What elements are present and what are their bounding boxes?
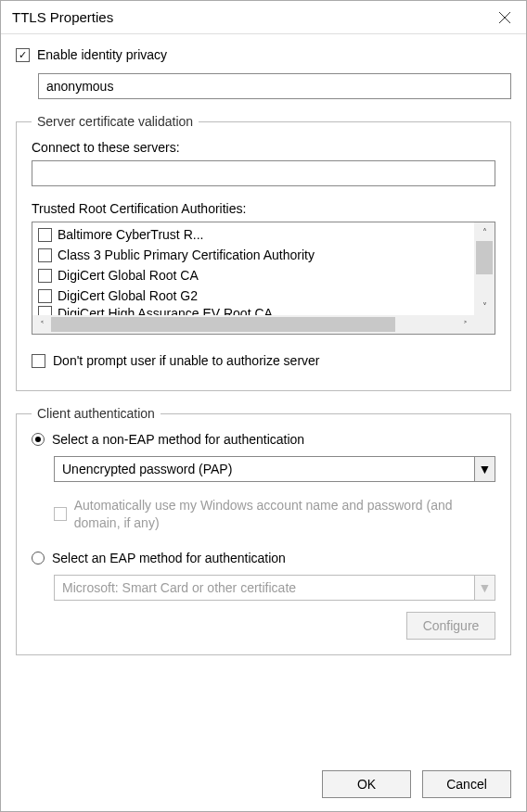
trusted-root-list-inner: Baltimore CyberTrust R... Class 3 Public… — [32, 222, 474, 315]
eap-method-value: Microsoft: Smart Card or other certifica… — [55, 580, 474, 595]
title-bar: TTLS Properties — [1, 1, 526, 34]
configure-button: Configure — [406, 612, 495, 640]
scroll-corner — [474, 315, 495, 334]
scroll-left-button[interactable]: ˂ — [32, 315, 51, 334]
dont-prompt-label: Don't prompt user if unable to authorize… — [53, 353, 320, 368]
server-validation-group: Server certificate validation Connect to… — [16, 114, 511, 391]
ok-button[interactable]: OK — [322, 770, 411, 798]
eap-radio-label: Select an EAP method for authentication — [52, 551, 286, 565]
connect-servers-input[interactable] — [32, 160, 495, 186]
eap-method-dropdown: Microsoft: Smart Card or other certifica… — [54, 575, 495, 601]
list-item[interactable]: DigiCert Global Root G2 — [38, 285, 469, 306]
list-item-label: Baltimore CyberTrust R... — [58, 227, 203, 242]
vertical-scrollbar[interactable]: ˄ ˅ — [474, 222, 495, 315]
enable-identity-privacy-label: Enable identity privacy — [37, 47, 167, 62]
auto-creds-label: Automatically use my Windows account nam… — [74, 497, 495, 532]
non-eap-radio-label: Select a non-EAP method for authenticati… — [52, 432, 304, 447]
client-auth-legend: Client authentication — [32, 406, 161, 421]
identity-privacy-input[interactable] — [38, 73, 511, 99]
list-item-checkbox[interactable] — [38, 306, 52, 315]
list-item-checkbox[interactable] — [38, 289, 52, 303]
list-item-checkbox[interactable] — [38, 228, 52, 242]
window-title: TTLS Properties — [12, 9, 113, 25]
eap-radio[interactable] — [32, 552, 45, 565]
server-validation-legend: Server certificate validation — [32, 114, 199, 129]
non-eap-radio-row: Select a non-EAP method for authenticati… — [32, 432, 495, 447]
hscroll-thumb[interactable] — [51, 317, 395, 332]
auto-creds-checkbox — [54, 507, 67, 521]
auto-creds-row: Automatically use my Windows account nam… — [54, 497, 495, 532]
vscroll-track[interactable] — [474, 241, 495, 297]
non-eap-method-dropdown[interactable]: Unencrypted password (PAP) ▼ — [54, 456, 495, 482]
chevron-down-icon[interactable]: ▼ — [474, 457, 495, 481]
enable-identity-privacy-row: Enable identity privacy — [16, 47, 511, 62]
cancel-button[interactable]: Cancel — [422, 770, 511, 798]
list-item[interactable]: DigiCert High Assurance EV Root CA — [38, 306, 469, 315]
non-eap-method-value: Unencrypted password (PAP) — [55, 462, 474, 476]
trusted-root-label: Trusted Root Certification Authorities: — [32, 201, 495, 216]
list-item-label: DigiCert Global Root CA — [58, 268, 199, 283]
list-item-checkbox[interactable] — [38, 248, 52, 262]
client-auth-group: Client authentication Select a non-EAP m… — [16, 406, 511, 655]
hscroll-track[interactable] — [51, 315, 456, 334]
ttls-properties-dialog: TTLS Properties Enable identity privacy … — [0, 0, 527, 812]
list-item-label: Class 3 Public Primary Certification Aut… — [58, 247, 315, 262]
scroll-down-button[interactable]: ˅ — [474, 297, 495, 315]
dialog-body: Enable identity privacy Server certifica… — [1, 34, 526, 761]
scroll-right-button[interactable]: ˃ — [456, 315, 474, 334]
list-item-checkbox[interactable] — [38, 269, 52, 283]
vscroll-thumb[interactable] — [476, 241, 493, 274]
close-icon — [499, 12, 510, 23]
enable-identity-privacy-checkbox[interactable] — [16, 48, 30, 62]
dont-prompt-checkbox[interactable] — [32, 354, 45, 368]
horizontal-scrollbar[interactable]: ˂ ˃ — [32, 315, 474, 334]
non-eap-radio[interactable] — [32, 433, 45, 446]
list-item[interactable]: DigiCert Global Root CA — [38, 265, 469, 285]
chevron-down-icon: ▼ — [474, 576, 495, 600]
scroll-up-button[interactable]: ˄ — [474, 222, 495, 241]
close-button[interactable] — [483, 1, 526, 34]
dont-prompt-row: Don't prompt user if unable to authorize… — [32, 353, 495, 368]
dialog-buttons: OK Cancel — [1, 761, 526, 811]
list-item[interactable]: Class 3 Public Primary Certification Aut… — [38, 245, 469, 265]
list-item[interactable]: Baltimore CyberTrust R... — [38, 224, 469, 245]
trusted-root-listbox[interactable]: Baltimore CyberTrust R... Class 3 Public… — [32, 222, 495, 335]
connect-servers-label: Connect to these servers: — [32, 140, 495, 155]
list-item-label: DigiCert High Assurance EV Root CA — [58, 306, 273, 315]
list-item-label: DigiCert Global Root G2 — [58, 288, 198, 303]
eap-radio-row: Select an EAP method for authentication — [32, 551, 495, 565]
